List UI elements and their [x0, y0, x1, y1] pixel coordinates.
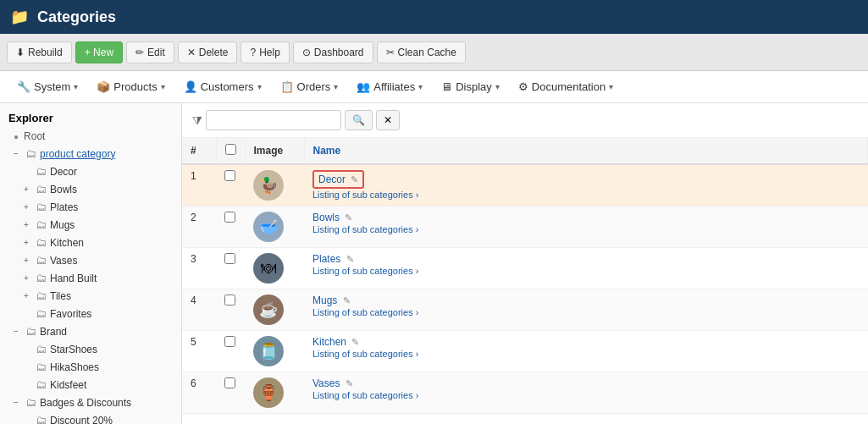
row-checkbox-cell: [216, 289, 245, 331]
category-name-highlighted[interactable]: Decor ✎: [312, 170, 364, 189]
col-header-num: #: [182, 138, 216, 164]
nav-item-display[interactable]: 🖥 Display ▾: [433, 75, 508, 98]
tree-item-root[interactable]: ● Root: [0, 128, 181, 145]
row-checkbox[interactable]: [224, 253, 235, 264]
edit-pencil-icon[interactable]: ✎: [346, 378, 353, 388]
tree-item-tiles[interactable]: + 🗂 Tiles: [0, 287, 181, 305]
nav-display-label: Display: [456, 80, 492, 93]
nav-item-orders[interactable]: 📋 Orders ▾: [272, 75, 347, 98]
row-checkbox[interactable]: [224, 336, 235, 347]
category-name-link[interactable]: Vases: [312, 377, 340, 389]
tree-item-discount-20[interactable]: 🗂 Discount 20%: [0, 411, 181, 424]
row-image-cell: ☕: [245, 289, 304, 331]
category-name-link[interactable]: Kitchen: [312, 336, 346, 348]
tree-item-hand-built[interactable]: + 🗂 Hand Built: [0, 269, 181, 287]
edit-pencil-icon[interactable]: ✎: [345, 212, 352, 223]
tree-label: Bowls: [50, 184, 77, 195]
tree-label: Vases: [50, 255, 77, 267]
delete-label: Delete: [199, 47, 229, 58]
tree-item-hikashoes[interactable]: 🗂 HikaShoes: [0, 358, 181, 376]
edit-pencil-icon[interactable]: ✎: [346, 254, 354, 264]
download-icon: ⬇: [16, 47, 25, 58]
folder-icon: 🗂: [36, 343, 47, 355]
tree-item-kitchen[interactable]: + 🗂 Kitchen: [0, 234, 181, 251]
new-button[interactable]: + New: [75, 41, 123, 63]
folder-icon: 🗂: [25, 325, 36, 338]
edit-pencil-icon[interactable]: ✎: [351, 337, 359, 347]
folder-icon: 🗂: [36, 378, 47, 391]
edit-pencil-icon[interactable]: ✎: [351, 174, 358, 184]
delete-button[interactable]: ✕ Delete: [178, 41, 238, 63]
tree-label: StarShoes: [50, 344, 97, 355]
category-name-link[interactable]: Mugs: [312, 295, 337, 306]
chevron-right-icon: ›: [416, 349, 419, 359]
row-image-cell: 🥣: [245, 206, 304, 248]
row-checkbox[interactable]: [224, 212, 235, 223]
tree-item-favorites[interactable]: 🗂 Favorites: [0, 305, 181, 322]
edit-icon: ✏: [135, 47, 144, 58]
sub-categories-link[interactable]: Listing of sub categories ›: [312, 266, 418, 276]
tree-item-product-category[interactable]: − 🗂 product category: [0, 145, 181, 162]
category-name-link[interactable]: Bowls: [312, 212, 340, 223]
tree-item-starshoes[interactable]: 🗂 StarShoes: [0, 340, 181, 358]
nav-orders-label: Orders: [297, 80, 331, 93]
row-name-cell: Mugs ✎ Listing of sub categories ›: [304, 289, 868, 331]
row-number: 1: [182, 164, 216, 206]
category-name-link[interactable]: Plates: [312, 253, 340, 265]
row-checkbox[interactable]: [224, 377, 235, 388]
tree-item-decor[interactable]: 🗂 Decor: [0, 162, 181, 180]
row-checkbox-cell: [216, 248, 245, 289]
table-row: 5 🫙 Kitchen ✎ Listing of sub categories …: [182, 331, 868, 372]
row-checkbox[interactable]: [224, 170, 235, 181]
nav-item-customers[interactable]: 👤 Customers ▾: [175, 75, 270, 98]
search-icon: 🔍: [352, 114, 365, 126]
rebuild-button[interactable]: ⬇ Rebuild: [7, 41, 72, 63]
row-number: 5: [182, 331, 216, 372]
toggle-icon: +: [24, 291, 34, 300]
sub-categories-link[interactable]: Listing of sub categories ›: [312, 349, 418, 359]
sub-categories-link[interactable]: Listing of sub categories ›: [312, 224, 418, 234]
tree-item-badges-discounts[interactable]: − 🗂 Badges & Discounts: [0, 394, 181, 411]
sub-categories-link[interactable]: Listing of sub categories ›: [312, 307, 418, 317]
tree-item-plates[interactable]: + 🗂 Plates: [0, 198, 181, 216]
select-all-checkbox[interactable]: [225, 144, 236, 155]
row-checkbox[interactable]: [224, 295, 235, 306]
box-icon: 📦: [97, 80, 110, 93]
nav-item-documentation[interactable]: ⚙ Documentation ▾: [510, 75, 622, 98]
tree-label: Tiles: [50, 290, 71, 302]
edit-pencil-icon[interactable]: ✎: [343, 295, 351, 306]
clean-cache-button[interactable]: ✂ Clean Cache: [377, 41, 466, 63]
search-button[interactable]: 🔍: [345, 110, 373, 130]
sub-categories-link[interactable]: Listing of sub categories ›: [312, 390, 418, 400]
tree-item-kidsfeet[interactable]: 🗂 Kidsfeet: [0, 376, 181, 394]
edit-button[interactable]: ✏ Edit: [126, 41, 174, 63]
categories-table: # Image Name 1 🦆 Decor ✎: [182, 138, 868, 414]
tree-label: Decor: [50, 166, 77, 178]
nav-item-products[interactable]: 📦 Products ▾: [88, 75, 173, 98]
nav-item-affiliates[interactable]: 👥 Affiliates ▾: [348, 75, 431, 98]
dashboard-button[interactable]: ⊙ Dashboard: [293, 41, 373, 63]
main-area: Explorer ● Root − 🗂 product category 🗂 D…: [0, 103, 868, 424]
table-row: 2 🥣 Bowls ✎ Listing of sub categories ›: [182, 206, 868, 248]
tree-label: Brand: [40, 326, 67, 338]
sub-categories-link[interactable]: Listing of sub categories ›: [312, 190, 418, 200]
tree-item-mugs[interactable]: + 🗂 Mugs: [0, 216, 181, 234]
tree-item-brand[interactable]: − 🗂 Brand: [0, 322, 181, 340]
row-checkbox-cell: [216, 372, 245, 414]
nav-item-system[interactable]: 🔧 System ▾: [8, 75, 86, 98]
chevron-right-icon: ›: [416, 190, 419, 200]
filter-input[interactable]: [206, 110, 341, 130]
chevron-down-icon: ▾: [495, 82, 500, 91]
tree-item-bowls[interactable]: + 🗂 Bowls: [0, 180, 181, 198]
toggle-icon: [24, 416, 34, 424]
chevron-down-icon: ▾: [334, 82, 338, 91]
toggle-icon: +: [24, 238, 34, 247]
help-button[interactable]: ? Help: [240, 41, 289, 63]
table-row: 6 🏺 Vases ✎ Listing of sub categories ›: [182, 372, 868, 414]
filter-bar: ⧩ 🔍 ✕: [182, 103, 868, 138]
tree-item-vases[interactable]: + 🗂 Vases: [0, 251, 181, 269]
category-name-link[interactable]: Decor: [318, 173, 346, 185]
toggle-icon: [24, 167, 34, 176]
clear-filter-button[interactable]: ✕: [376, 110, 400, 130]
toggle-icon: −: [14, 149, 24, 158]
